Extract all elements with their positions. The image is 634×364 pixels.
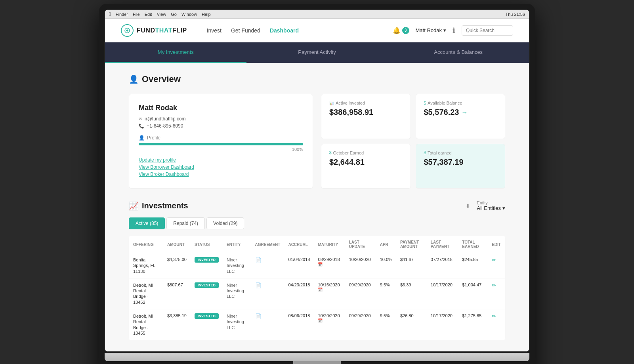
mac-menu-go[interactable]: Go — [171, 12, 177, 17]
row2-doc-icon[interactable]: 📄 — [255, 282, 262, 288]
entity-label: Entity — [477, 200, 505, 205]
row3-maturity: 10/20/2020 📅 — [314, 309, 345, 340]
arrow-right-icon[interactable]: → — [461, 109, 468, 116]
row1-maturity: 08/29/2018 📅 — [314, 253, 345, 278]
col-entity: Entity — [223, 236, 251, 253]
profile-email: ✉ ir@fundthatflip.com — [139, 116, 303, 122]
update-profile-link[interactable]: Update my profile — [139, 157, 303, 163]
row3-entity: Niner Investing LLC — [227, 313, 247, 330]
header-right: 🔔 3 Matt Rodak ▾ ℹ — [393, 25, 513, 36]
row1-doc-icon[interactable]: 📄 — [255, 257, 262, 263]
table-row: Bonita Springs, FL - 11130 $4,375.00 INV… — [129, 253, 505, 278]
logo-area: FUNDTHATFLIP — [121, 24, 187, 37]
col-maturity: Maturity — [314, 236, 345, 253]
row1-total-earned: $245.85 — [458, 253, 488, 278]
user-menu[interactable]: Matt Rodak ▾ — [416, 27, 446, 33]
col-agreement: Agreement — [251, 236, 285, 253]
row2-accrual: 04/23/2018 — [284, 278, 314, 309]
apple-icon:  — [109, 11, 111, 17]
stat-value-balance: $5,576.23 → — [424, 108, 497, 117]
row1-last-payment: 07/27/2018 — [427, 253, 458, 278]
profile-phone: 📞 +1-646-895-6090 — [139, 123, 303, 129]
row1-accrual: 01/04/2018 — [284, 253, 314, 278]
mac-menu-view[interactable]: View — [157, 12, 166, 17]
stat-label-october: $ October Earned — [329, 151, 403, 155]
col-amount: Amount — [163, 236, 191, 253]
mac-menu-finder[interactable]: Finder — [116, 12, 128, 17]
notifications[interactable]: 🔔 3 — [393, 27, 409, 34]
nav-get-funded[interactable]: Get Funded — [231, 27, 260, 34]
subnav-my-investments[interactable]: My Investments — [105, 42, 246, 63]
row2-entity: Niner Investing LLC — [227, 282, 247, 299]
investments-icon: 📈 — [129, 201, 139, 211]
row2-status: INVESTED — [195, 282, 219, 288]
laptop-stand — [293, 361, 341, 364]
stat-label-active: 📊 Active invested — [329, 101, 403, 105]
stat-october-earned: $ October Earned $2,644.81 — [321, 144, 411, 189]
bell-icon: 🔔 — [393, 27, 401, 34]
tab-repaid[interactable]: Repaid (74) — [166, 217, 205, 229]
entity-select[interactable]: All Entities ▾ — [477, 205, 505, 211]
subnav-payment-activity[interactable]: Payment Activity — [246, 42, 388, 63]
mac-menu-help[interactable]: Help — [202, 12, 211, 17]
profile-section-label: 👤 Profile — [139, 135, 303, 141]
entity-chevron-icon: ▾ — [502, 205, 505, 211]
help-icon[interactable]: ℹ — [453, 26, 455, 35]
nav-dashboard[interactable]: Dashboard — [270, 27, 299, 34]
tab-voided[interactable]: Voided (29) — [206, 217, 244, 229]
mac-menu-edit[interactable]: Edit — [145, 12, 152, 17]
profile-progress-bar — [139, 143, 303, 145]
table-row: Detroit, MI Rental Bridge - 13452 $807.6… — [129, 278, 505, 309]
col-total-earned: Total Earned — [458, 236, 488, 253]
row3-apr: 9.5% — [376, 309, 396, 340]
bar-chart-icon: 📊 — [329, 101, 334, 105]
app-header: FUNDTHATFLIP Invest Get Funded Dashboard… — [105, 19, 529, 42]
col-apr: APR — [376, 236, 396, 253]
stats-grid: 📊 Active invested $386,958.91 $ Availabl… — [321, 94, 505, 189]
borrower-dashboard-link[interactable]: View Borrower Dashboard — [139, 164, 303, 170]
overview-title: 👤 Overview — [129, 74, 505, 84]
mac-menu-file[interactable]: File — [133, 12, 140, 17]
entity-filter: ⬇ Entity All Entities ▾ — [466, 200, 505, 211]
row3-cal-icon: 📅 — [318, 318, 323, 323]
row3-edit-icon[interactable]: ✏ — [492, 313, 496, 319]
subnav-accounts-balances[interactable]: Accounts & Balances — [388, 42, 529, 63]
row2-edit-icon[interactable]: ✏ — [492, 282, 496, 288]
row2-apr: 9.5% — [376, 278, 396, 309]
row3-doc-icon[interactable]: 📄 — [255, 313, 262, 319]
mac-menu-window[interactable]: Window — [181, 12, 197, 17]
row3-last-update: 09/29/2020 — [345, 309, 376, 340]
row1-apr: 10.0% — [376, 253, 396, 278]
mac-time: Thu 21:56 — [505, 12, 525, 17]
stat-label-balance: $ Available Balance — [424, 101, 497, 105]
stat-value-total: $57,387.19 — [424, 158, 497, 167]
tab-active[interactable]: Active (85) — [129, 217, 165, 229]
dollar-icon-october: $ — [329, 151, 332, 155]
stat-value-october: $2,644.81 — [329, 158, 403, 167]
nav-invest[interactable]: Invest — [207, 27, 222, 34]
stat-value-active: $386,958.91 — [329, 108, 403, 117]
email-icon: ✉ — [139, 116, 142, 122]
download-icon[interactable]: ⬇ — [466, 203, 470, 209]
chevron-down-icon: ▾ — [443, 27, 446, 33]
row1-cal-icon: 📅 — [318, 262, 323, 267]
profile-name: Matt Rodak — [139, 104, 303, 112]
user-circle-icon: 👤 — [129, 74, 139, 84]
row3-amount: $3,385.19 — [163, 309, 191, 340]
search-input[interactable] — [462, 25, 513, 36]
broker-dashboard-link[interactable]: View Broker Dashboard — [139, 172, 303, 177]
investment-tabs: Active (85) Repaid (74) Voided (29) — [129, 217, 505, 229]
row1-entity: Niner Investing LLC — [227, 257, 247, 274]
notification-count: 3 — [402, 27, 409, 34]
row2-last-payment: 10/17/2020 — [427, 278, 458, 309]
row2-payment-amount: $6.39 — [396, 278, 427, 309]
row1-offering: Bonita Springs, FL - 11130 — [133, 257, 159, 274]
dollar-icon-total: $ — [424, 151, 426, 155]
col-last-payment: Last Payment — [427, 236, 458, 253]
row1-edit-icon[interactable]: ✏ — [492, 257, 496, 263]
table-row: Detroit, MI Rental Bridge - 13455 $3,385… — [129, 309, 505, 340]
stat-active-invested: 📊 Active invested $386,958.91 — [321, 94, 411, 139]
row1-last-update: 10/20/2020 — [345, 253, 376, 278]
col-edit: Edit — [488, 236, 505, 253]
row1-payment-amount: $41.67 — [396, 253, 427, 278]
